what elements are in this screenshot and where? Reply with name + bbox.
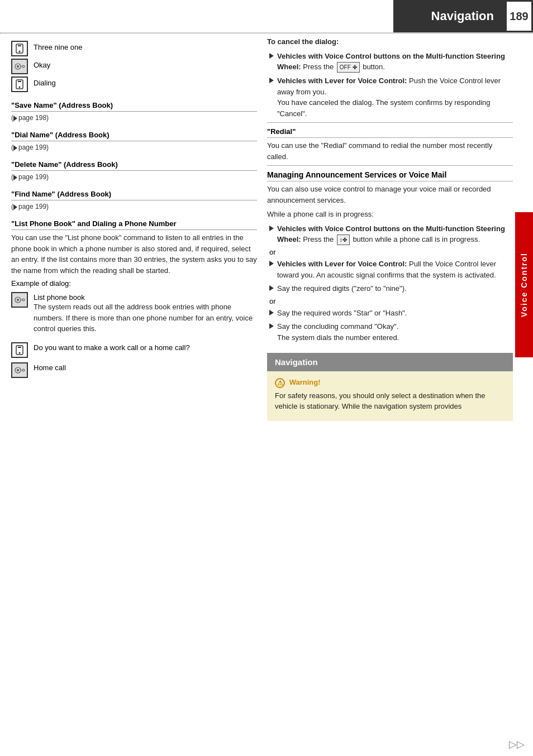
dial-name-ref: (page 199): [11, 143, 257, 151]
save-name-ref: (page 198): [11, 114, 257, 122]
delete-name-ref: (page 199): [11, 173, 257, 181]
svg-rect-1: [18, 45, 21, 46]
dialog-item-1: List phone book The system reads out all…: [11, 291, 257, 338]
managing-bullet-5-text: Say the concluding command "Okay".The sy…: [277, 321, 399, 343]
managing-tri-4: [269, 310, 274, 315]
section-list-phone: "List Phone Book" and Dialing a Phone Nu…: [11, 219, 257, 230]
section-save-name: "Save Name" (Address Book): [11, 101, 257, 112]
svg-rect-6: [18, 81, 21, 82]
managing-bullet-2-text: Vehicles with Lever for Voice Control: P…: [277, 259, 513, 280]
dialog-voice-icon-1: [11, 292, 28, 308]
cancel-bold-2: Vehicles with Lever for Voice Control:: [277, 76, 407, 85]
dialog-phone-icon-2: [11, 342, 28, 358]
managing-bullet-5: Say the concluding command "Okay".The sy…: [267, 321, 513, 343]
top-divider: [0, 32, 533, 34]
cancel-bullet-2-text: Vehicles with Lever for Voice Control: P…: [277, 75, 513, 119]
cancel-dialog-heading: To cancel the dialog:: [267, 36, 513, 47]
icon-row-voice1: Okay: [11, 59, 257, 74]
page-header: Navigation 189: [0, 0, 533, 32]
header-nav-label: Navigation: [393, 0, 505, 32]
managing-bullet-1: Vehicles with Voice Control buttons on t…: [267, 223, 513, 246]
cancel-bullet-1-text: Vehicles with Voice Control buttons on t…: [277, 51, 513, 73]
icon-label-phone1: Three nine one: [34, 41, 82, 51]
svg-point-7: [19, 87, 21, 88]
section-delete-name: "Delete Name" (Address Book): [11, 160, 257, 171]
managing-bold-2: Vehicles with Lever for Voice Control:: [277, 260, 407, 268]
managing-tri-2: [269, 261, 274, 266]
bullet-tri-2: [269, 78, 274, 83]
warning-box: ⚠ Warning! For safety reasons, you shoul…: [267, 371, 513, 421]
list-phone-body1: You can use the "List phone book" comman…: [11, 232, 257, 276]
managing-tri-5: [269, 323, 274, 329]
cancel-bold-1: Vehicles with Voice Control buttons on t…: [277, 52, 505, 71]
managing-body2: While a phone call is in progress:: [267, 209, 513, 220]
cancel-bullet-2: Vehicles with Lever for Voice Control: P…: [267, 75, 513, 119]
redial-body: You can use the "Redial" command to redi…: [267, 140, 513, 162]
nav-section-box: Navigation: [267, 353, 513, 371]
bottom-arrow: ▷▷: [509, 738, 525, 750]
section-redial: "Redial": [267, 127, 513, 138]
icon-label-phone2: Dialing: [34, 76, 56, 87]
managing-bullet-3: Say the required digits ("zero" to "nine…: [267, 283, 513, 294]
cancel-bullet-1: Vehicles with Voice Control buttons on t…: [267, 51, 513, 73]
section-dial-name: "Dial Name" (Address Book): [11, 131, 257, 141]
svg-point-2: [19, 51, 21, 52]
or-text-2: or: [269, 297, 513, 305]
icons-section: Three nine one Okay Dialing: [11, 41, 257, 92]
icon-label-voice1: Okay: [34, 59, 50, 69]
example-label: Example of dialog:: [11, 279, 257, 288]
svg-rect-11: [18, 347, 21, 348]
phone1-icon: [11, 41, 28, 56]
dialog-body-1: The system reads out all the address boo…: [34, 302, 257, 334]
header-page-number: 189: [505, 0, 533, 32]
right-column: To cancel the dialog: Vehicles with Voic…: [267, 36, 513, 421]
managing-bullet-3-text: Say the required digits ("zero" to "nine…: [277, 283, 407, 294]
dialog-text-3: Home call: [34, 361, 66, 372]
phone2-icon: [11, 76, 28, 92]
left-column: Three nine one Okay Dialing "Save Name" …: [11, 36, 257, 380]
icon-row-phone1: Three nine one: [11, 41, 257, 56]
side-tab: Voice Control: [515, 212, 533, 357]
managing-tri-1: [269, 226, 274, 231]
section-managing: Managing Announcement Services or Voice …: [267, 170, 513, 181]
side-tab-label: Voice Control: [520, 252, 529, 317]
voice1-icon: [11, 59, 28, 74]
voice-button: ↕✤: [337, 235, 350, 245]
section-find-name: "Find Name" (Address Book): [11, 190, 257, 200]
svg-point-12: [19, 352, 21, 353]
svg-point-14: [17, 369, 19, 371]
icon-row-phone2: Dialing: [11, 76, 257, 92]
managing-tri-3: [269, 285, 274, 291]
managing-bold-1: Vehicles with Voice Control buttons on t…: [277, 224, 505, 244]
svg-point-9: [17, 299, 19, 301]
managing-body1: You can also use voice control to manage…: [267, 184, 513, 205]
dialog-text-1a: List phone book: [34, 291, 257, 302]
managing-bullet-2: Vehicles with Lever for Voice Control: P…: [267, 259, 513, 280]
dialog-voice-icon-3: [11, 362, 28, 378]
warning-icon: ⚠: [275, 378, 285, 388]
divider-1: [267, 122, 513, 123]
managing-bullet-4-text: Say the required words "Star" or "Hash".: [277, 308, 407, 319]
find-name-ref: (page 199): [11, 203, 257, 210]
svg-point-4: [17, 65, 19, 68]
dialog-text-2: Do you want to make a work call or a hom…: [34, 341, 190, 352]
managing-bullet-4: Say the required words "Star" or "Hash".: [267, 308, 513, 319]
warning-title: ⚠ Warning!: [275, 377, 505, 388]
bullet-tri-1: [269, 53, 274, 59]
off-button: OFF ✤: [337, 62, 360, 73]
warning-label: Warning!: [289, 378, 321, 386]
dialog-item-2: Do you want to make a work call or a hom…: [11, 341, 257, 358]
divider-2: [267, 165, 513, 166]
warning-body: For safety reasons, you should only sele…: [275, 390, 505, 412]
managing-bullet-1-text: Vehicles with Voice Control buttons on t…: [277, 223, 513, 246]
or-text-1: or: [269, 248, 513, 256]
dialog-item-3: Home call: [11, 361, 257, 378]
